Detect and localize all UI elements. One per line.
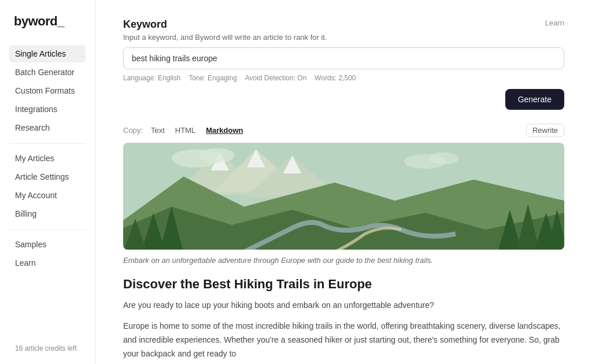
meta-avoid: Avoid Detection: On xyxy=(245,74,307,82)
keyword-learn-link[interactable]: Learn xyxy=(545,18,564,27)
article-intro: Are you ready to lace up your hiking boo… xyxy=(123,299,564,311)
keyword-meta: Language: English Tone: Engaging Avoid D… xyxy=(123,74,564,82)
sidebar-bottom-section: Samples Learn xyxy=(0,236,95,273)
sidebar-item-integrations[interactable]: Integrations xyxy=(9,101,86,118)
sidebar-divider-1 xyxy=(9,143,86,144)
keyword-header: Keyword Learn xyxy=(123,18,564,31)
meta-language: Language: English xyxy=(123,74,180,82)
meta-tone: Tone: Engaging xyxy=(188,74,236,82)
article-body: Europe is home to some of the most incre… xyxy=(123,320,564,361)
logo: byword_ xyxy=(0,14,95,45)
image-caption: Embark on an unforgettable adventure thr… xyxy=(123,255,564,266)
svg-point-19 xyxy=(428,153,458,165)
sidebar-footer: 16 article credits left xyxy=(0,342,95,355)
sidebar-mid-section: My Articles Article Settings My Account … xyxy=(0,150,95,224)
generate-button[interactable]: Generate xyxy=(505,89,564,110)
hero-image xyxy=(123,143,564,250)
sidebar-item-billing[interactable]: Billing xyxy=(9,205,86,222)
sidebar-item-batch-generator[interactable]: Batch Generator xyxy=(9,64,86,81)
copy-bar: Copy: Text HTML Markdown Rewrite xyxy=(123,124,564,137)
keyword-title: Keyword xyxy=(123,18,167,31)
keyword-description: Input a keyword, and Byword will write a… xyxy=(123,33,564,42)
sidebar: byword_ Single Articles Batch Generator … xyxy=(0,0,95,364)
rewrite-button[interactable]: Rewrite xyxy=(526,124,564,137)
sidebar-item-single-articles[interactable]: Single Articles xyxy=(9,45,86,62)
keyword-section: Keyword Learn Input a keyword, and Bywor… xyxy=(123,18,564,124)
sidebar-item-my-account[interactable]: My Account xyxy=(9,187,86,204)
sidebar-item-research[interactable]: Research xyxy=(9,119,86,136)
copy-option-html[interactable]: HTML xyxy=(173,125,198,136)
meta-words: Words: 2,500 xyxy=(314,74,356,82)
sidebar-item-learn[interactable]: Learn xyxy=(9,254,86,272)
sidebar-divider-2 xyxy=(9,229,86,230)
credits-label: 16 article credits left xyxy=(9,342,86,355)
keyword-input[interactable] xyxy=(123,47,564,69)
copy-option-text[interactable]: Text xyxy=(149,125,167,136)
article-title: Discover the Best Hiking Trails in Europ… xyxy=(123,276,564,293)
copy-label: Copy: xyxy=(123,126,143,135)
sidebar-item-article-settings[interactable]: Article Settings xyxy=(9,168,86,185)
sidebar-item-my-articles[interactable]: My Articles xyxy=(9,150,86,167)
sidebar-item-custom-formats[interactable]: Custom Formats xyxy=(9,82,86,99)
copy-option-markdown[interactable]: Markdown xyxy=(204,125,245,136)
main-content: Keyword Learn Input a keyword, and Bywor… xyxy=(95,0,592,364)
svg-point-17 xyxy=(199,148,235,162)
sidebar-item-samples[interactable]: Samples xyxy=(9,236,86,253)
sidebar-top-section: Single Articles Batch Generator Custom F… xyxy=(0,45,95,138)
